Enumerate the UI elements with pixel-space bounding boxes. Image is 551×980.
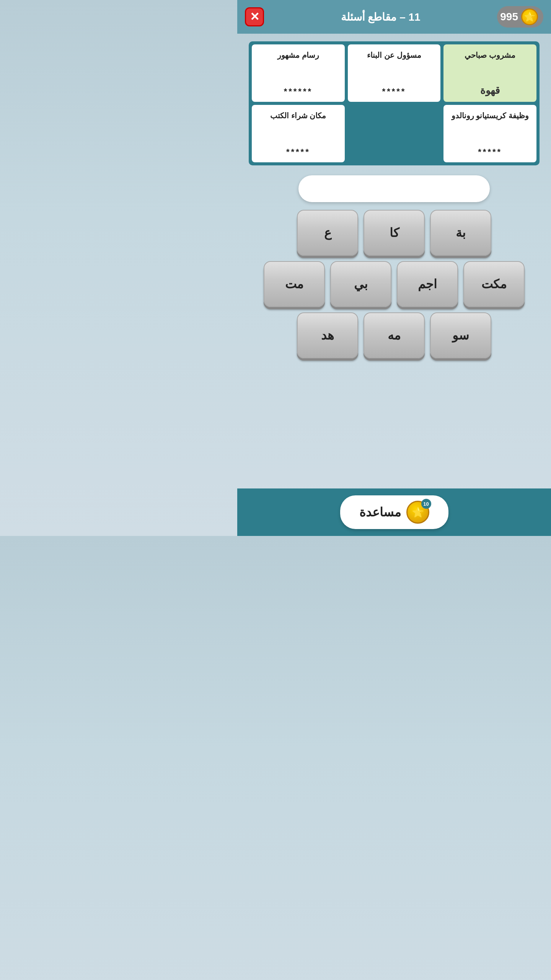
- cell-2-stars: *****: [382, 87, 406, 96]
- cell-3-clue: رسام مشهور: [277, 50, 319, 60]
- keyboard: بة كا ع مكت اجم بي مت سو مه هد: [249, 210, 540, 358]
- puzzle-cell-empty: [348, 105, 441, 162]
- help-label: مساعدة: [359, 505, 401, 519]
- help-button[interactable]: ⭐ 10 مساعدة: [340, 495, 448, 529]
- help-coin: ⭐ 10: [406, 501, 429, 524]
- puzzle-grid: مشروب صباحي قهوة مسؤول عن البناء ***** ر…: [249, 41, 540, 165]
- puzzle-cell-2[interactable]: مسؤول عن البناء *****: [348, 44, 441, 102]
- help-bar: ⭐ 10 مساعدة: [237, 488, 551, 536]
- cell-1-clue: مشروب صباحي: [465, 50, 515, 60]
- close-icon: ✕: [250, 11, 259, 23]
- puzzle-cell-5[interactable]: مكان شراء الكتب *****: [252, 105, 345, 162]
- letter-btn-bi[interactable]: بي: [330, 261, 391, 307]
- letter-btn-ain[interactable]: ع: [297, 210, 358, 256]
- letter-btn-sw[interactable]: سو: [430, 312, 491, 358]
- letter-btn-ba[interactable]: بة: [430, 210, 491, 256]
- coin-star-icon: ⭐: [412, 506, 424, 518]
- puzzle-cell-3[interactable]: رسام مشهور ******: [252, 44, 345, 102]
- star-icon: ⭐: [521, 8, 538, 25]
- cell-4-stars: *****: [478, 147, 502, 157]
- cell-5-clue: مكان شراء الكتب: [270, 110, 326, 121]
- puzzle-cell-4[interactable]: وظيفة كريستيانو رونالدو *****: [443, 105, 536, 162]
- cell-4-clue: وظيفة كريستيانو رونالدو: [452, 110, 529, 121]
- cell-1-answer: قهوة: [480, 85, 500, 96]
- letter-btn-hd[interactable]: هد: [297, 312, 358, 358]
- letter-btn-ka[interactable]: كا: [364, 210, 425, 256]
- score-value: 995: [500, 11, 518, 23]
- keyboard-row-1: بة كا ع: [249, 210, 540, 256]
- header: ⭐ 995 11 – مقاطع أسئلة ✕: [237, 0, 551, 34]
- page-title: 11 – مقاطع أسئلة: [264, 11, 497, 23]
- puzzle-cell-1[interactable]: مشروب صباحي قهوة: [443, 44, 536, 102]
- cell-3-stars: ******: [284, 87, 313, 96]
- answer-input[interactable]: [298, 175, 490, 202]
- letter-btn-mkt[interactable]: مكت: [463, 261, 525, 307]
- keyboard-row-2: مكت اجم بي مت: [249, 261, 540, 307]
- close-button[interactable]: ✕: [245, 7, 264, 26]
- letter-btn-ajm[interactable]: اجم: [397, 261, 458, 307]
- score-badge: ⭐ 995: [497, 6, 543, 28]
- cell-2-clue: مسؤول عن البناء: [367, 50, 421, 60]
- keyboard-row-3: سو مه هد: [249, 312, 540, 358]
- cell-5-stars: *****: [286, 147, 310, 157]
- help-coin-count: 10: [421, 499, 431, 509]
- letter-btn-mh[interactable]: مه: [364, 312, 425, 358]
- letter-btn-mt[interactable]: مت: [264, 261, 325, 307]
